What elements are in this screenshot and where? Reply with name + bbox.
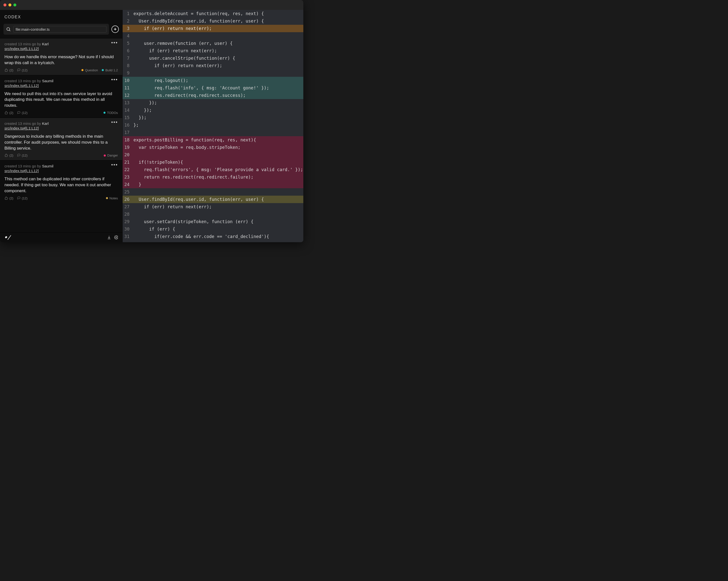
- code-line[interactable]: 22 req.flash('errors', { msg: 'Please pr…: [123, 166, 303, 173]
- tag-label: Danger: [107, 154, 118, 157]
- code-line[interactable]: 14 });: [123, 106, 303, 114]
- code-line[interactable]: 24 }: [123, 181, 303, 188]
- comment-count: (12): [22, 154, 27, 157]
- code-line[interactable]: 12 res.redirect(req.redirect.success);: [123, 92, 303, 99]
- code-text: }: [131, 181, 303, 188]
- code-line[interactable]: 10 req.logout();: [123, 77, 303, 84]
- line-number: 5: [123, 40, 131, 47]
- note-meta: created 13 mins go by Karl: [4, 42, 118, 46]
- line-number: 27: [123, 203, 131, 210]
- code-line[interactable]: 17: [123, 129, 303, 136]
- code-text: [131, 32, 303, 40]
- comment-count: (12): [22, 68, 27, 72]
- code-line[interactable]: 2 User.findById(req.user.id, function(er…: [123, 17, 303, 25]
- add-note-button[interactable]: +: [111, 26, 119, 33]
- code-line[interactable]: 18exports.postBilling = function(req, re…: [123, 136, 303, 144]
- like-button[interactable]: (2): [4, 68, 14, 72]
- line-number: 3: [123, 25, 131, 32]
- code-text: user.setCard(stripeToken, function (err)…: [131, 218, 303, 225]
- code-line[interactable]: 27 if (err) return next(err);: [123, 203, 303, 210]
- code-line[interactable]: 29 user.setCard(stripeToken, function (e…: [123, 218, 303, 225]
- like-button[interactable]: (2): [4, 196, 14, 200]
- download-icon[interactable]: [107, 235, 111, 239]
- note-file-link[interactable]: src/index.ts#[L1:L12]: [4, 47, 38, 51]
- code-line[interactable]: 6 if (err) return next(err);: [123, 47, 303, 54]
- plus-icon: +: [114, 26, 116, 32]
- code-line[interactable]: 28: [123, 210, 303, 218]
- code-text: if(err.code && err.code == 'card_decline…: [131, 233, 303, 240]
- note-card[interactable]: ••• created 13 mins go by Karl src/index…: [0, 38, 122, 75]
- code-line[interactable]: 7 user.cancelStripe(function(err) {: [123, 54, 303, 62]
- line-number: 28: [123, 210, 131, 218]
- code-text: [131, 69, 303, 77]
- code-line[interactable]: 4: [123, 32, 303, 40]
- comment-button[interactable]: (12): [17, 68, 27, 72]
- code-line[interactable]: 21 if(!stripeToken){: [123, 158, 303, 166]
- code-editor[interactable]: 1exports.deleteAccount = function(req, r…: [123, 10, 303, 242]
- note-file-link[interactable]: src/index.ts#[L1:L12]: [4, 83, 38, 88]
- code-line[interactable]: 9: [123, 69, 303, 77]
- note-card[interactable]: ••• created 13 mins go by Saumil src/ind…: [0, 160, 122, 203]
- notes-list[interactable]: ••• created 13 mins go by Karl src/index…: [0, 38, 122, 232]
- window-controls: [3, 3, 16, 6]
- line-number: 22: [123, 166, 131, 173]
- line-number: 1: [123, 10, 131, 17]
- like-count: (2): [9, 68, 14, 72]
- comments-icon: [17, 196, 21, 200]
- code-line[interactable]: 8 if (err) return next(err);: [123, 62, 303, 69]
- note-menu-button[interactable]: •••: [111, 78, 118, 81]
- code-line[interactable]: 31 if(err.code && err.code == 'card_decl…: [123, 233, 303, 240]
- code-line[interactable]: 16};: [123, 121, 303, 129]
- search-box[interactable]: [3, 24, 109, 35]
- note-menu-button[interactable]: •••: [111, 163, 118, 166]
- code-line[interactable]: 11 req.flash('info', { msg: 'Account gon…: [123, 84, 303, 92]
- search-row: +: [0, 22, 122, 38]
- note-file-link[interactable]: src/index.ts#[L1:L12]: [4, 169, 38, 173]
- body: CODEX + ••• created 13 mins go by Karl s…: [0, 10, 303, 242]
- line-number: 6: [123, 47, 131, 54]
- close-window-button[interactable]: [3, 3, 6, 6]
- code-text: user.remove(function (err, user) {: [131, 40, 303, 47]
- code-line[interactable]: 15 });: [123, 114, 303, 121]
- code-text: });: [131, 106, 303, 114]
- minimize-window-button[interactable]: [8, 3, 11, 6]
- comments-icon: [17, 154, 21, 157]
- code-text: if (err) return next(err);: [131, 62, 303, 69]
- note-text: This method can be duplicated into other…: [4, 176, 118, 194]
- svg-line-1: [9, 30, 10, 31]
- note-card[interactable]: ••• created 13 mins go by Saumil src/ind…: [0, 75, 122, 118]
- like-button[interactable]: (2): [4, 111, 14, 115]
- note-menu-button[interactable]: •••: [111, 121, 118, 123]
- code-line[interactable]: 1exports.deleteAccount = function(req, r…: [123, 10, 303, 17]
- code-line[interactable]: 19 var stripeToken = req.body.stripeToke…: [123, 144, 303, 151]
- code-line[interactable]: 5 user.remove(function (err, user) {: [123, 40, 303, 47]
- code-line[interactable]: 25: [123, 188, 303, 196]
- code-text: [131, 129, 303, 136]
- note-file-link[interactable]: src/index.ts#[L1:L12]: [4, 126, 38, 130]
- code-line[interactable]: 13 });: [123, 99, 303, 106]
- line-number: 2: [123, 17, 131, 25]
- code-line[interactable]: 26 User.findById(req.user.id, function(e…: [123, 196, 303, 203]
- line-number: 13: [123, 99, 131, 106]
- code-line[interactable]: 30 if (err) {: [123, 225, 303, 233]
- note-card[interactable]: ••• created 13 mins go by Karl src/index…: [0, 118, 122, 160]
- gear-icon[interactable]: [114, 235, 119, 239]
- note-text: Dangerous to include any billing methods…: [4, 133, 118, 151]
- code-line[interactable]: 3 if (err) return next(err);: [123, 25, 303, 32]
- code-line[interactable]: 20: [123, 151, 303, 158]
- comment-button[interactable]: (12): [17, 111, 27, 115]
- search-input[interactable]: [14, 26, 106, 33]
- comment-button[interactable]: (12): [17, 196, 27, 200]
- line-number: 25: [123, 188, 131, 196]
- like-count: (2): [9, 111, 14, 115]
- note-menu-button[interactable]: •••: [111, 41, 118, 44]
- note-meta-prefix: created 13 mins go by: [4, 79, 42, 83]
- comment-button[interactable]: (12): [17, 154, 27, 157]
- line-number: 16: [123, 121, 131, 129]
- maximize-window-button[interactable]: [14, 3, 16, 6]
- code-line[interactable]: 23 return res.redirect(req.redirect.fail…: [123, 173, 303, 181]
- note-meta: created 13 mins go by Saumil: [4, 79, 118, 83]
- like-button[interactable]: (2): [4, 154, 14, 157]
- tag-label: Build 1.2: [105, 68, 118, 72]
- note-meta-prefix: created 13 mins go by: [4, 121, 42, 126]
